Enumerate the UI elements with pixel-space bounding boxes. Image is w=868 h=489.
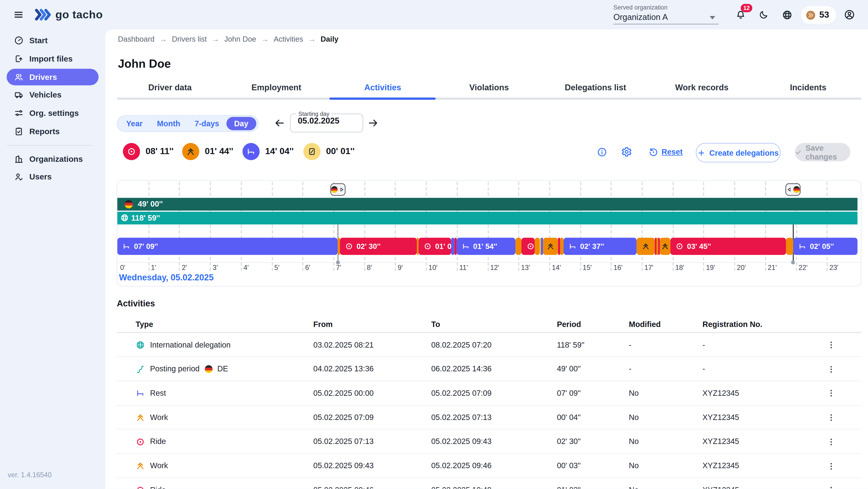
segment-rest[interactable]: 02' 05'': [793, 238, 857, 255]
hour-tick-label: 11': [459, 264, 468, 271]
create-delegations-button[interactable]: Create delegations: [696, 143, 780, 163]
row-menu-kebab-icon[interactable]: [825, 410, 838, 425]
tab-employment[interactable]: Employment: [223, 83, 330, 97]
hour-gridline: [364, 182, 365, 271]
type-cell: Ride: [135, 430, 166, 454]
sidebar-item-import-files[interactable]: Import files: [6, 51, 98, 67]
sidebar-item-org-settings[interactable]: Org. settings: [6, 105, 98, 121]
segment-ride[interactable]: 03' 45'': [671, 238, 786, 255]
border-crossing-marker-left[interactable]: [786, 183, 801, 196]
sidebar-item-label: Organizations: [29, 154, 83, 163]
reset-icon[interactable]: [648, 147, 659, 157]
breadcrumb-item-john-doe[interactable]: John Doe: [224, 35, 256, 43]
sidebar-item-organizations[interactable]: Organizations: [6, 151, 98, 167]
period-option-year[interactable]: Year: [119, 117, 150, 130]
activity-type-label: Rest: [150, 381, 166, 405]
period-option-month[interactable]: Month: [150, 117, 187, 130]
period-option-day[interactable]: Day: [226, 117, 256, 130]
segment-work[interactable]: [535, 238, 540, 255]
starting-day-input[interactable]: 05.02.2025: [291, 116, 363, 125]
tab-driver-data[interactable]: Driver data: [117, 83, 223, 97]
sidebar-item-start[interactable]: Start: [6, 32, 98, 49]
language-globe-icon[interactable]: [782, 9, 793, 21]
hour-tick-label: 6': [305, 264, 310, 271]
segment-work[interactable]: [560, 238, 563, 255]
hour-gridline: [210, 182, 211, 271]
file-import-icon: [14, 54, 24, 64]
tab-work-records[interactable]: Work records: [649, 83, 755, 97]
segment-ride[interactable]: 01' 03'': [418, 238, 451, 255]
cell-registration: -: [703, 333, 705, 357]
hamburger-menu-icon[interactable]: [13, 9, 24, 20]
segment-work[interactable]: [515, 238, 521, 255]
cell-from: 05.02.2025 09:46: [313, 478, 374, 489]
international-delegation-bar[interactable]: 118' 59'': [117, 211, 857, 224]
segment-rest[interactable]: [451, 238, 455, 255]
previous-day-arrow-button[interactable]: [274, 117, 285, 128]
segment-work[interactable]: [656, 238, 658, 255]
segment-ride[interactable]: [558, 238, 560, 255]
row-menu-kebab-icon[interactable]: [825, 338, 838, 352]
play-left-icon: [786, 186, 793, 193]
sidebar-item-vehicles[interactable]: Vehicles: [6, 86, 98, 103]
breadcrumb-item-drivers-list[interactable]: Drivers list: [172, 35, 207, 43]
row-menu-kebab-icon[interactable]: [825, 386, 838, 401]
germany-flag-icon: [205, 365, 212, 373]
served-organization-select[interactable]: Organization A: [613, 12, 668, 22]
cell-period: 01' 03'': [557, 478, 581, 489]
border-crossing-marker-right[interactable]: [331, 183, 345, 196]
segment-duration-label: 02' 05'': [810, 242, 834, 251]
segment-rest[interactable]: 01' 54'': [457, 238, 515, 255]
tab-activities[interactable]: Activities: [330, 83, 436, 97]
segment-ride[interactable]: [455, 238, 457, 255]
row-menu-kebab-icon[interactable]: [825, 362, 838, 377]
segment-ride[interactable]: 02' 30'': [340, 238, 417, 255]
sidebar-item-reports[interactable]: Reports: [6, 123, 98, 140]
breadcrumb-item-daily: Daily: [320, 35, 338, 43]
segment-work[interactable]: [417, 238, 418, 255]
segment-rest[interactable]: 02' 37'': [563, 238, 637, 255]
save-changes-button-disabled[interactable]: Save changes: [795, 143, 850, 161]
segment-work[interactable]: [338, 238, 340, 255]
next-day-arrow-button[interactable]: [368, 117, 379, 128]
breadcrumb-item-activities[interactable]: Activities: [274, 35, 303, 43]
segment-ride[interactable]: [658, 238, 659, 255]
stat-ride-value: 08' 11'': [146, 146, 174, 156]
segment-rest[interactable]: 07' 09'': [117, 238, 338, 255]
period-option-7-days[interactable]: 7-days: [187, 117, 226, 130]
table-row: Rest05.02.2025 00:0005.02.2025 07:0907' …: [117, 381, 862, 405]
credits-pill[interactable]: 53: [801, 6, 836, 24]
account-avatar-icon[interactable]: [844, 9, 855, 20]
posting-period-bar[interactable]: 49' 00'': [117, 198, 857, 210]
segment-ride[interactable]: 0: [521, 238, 535, 255]
tab-incidents[interactable]: Incidents: [755, 83, 862, 97]
segment-work[interactable]: [786, 238, 793, 255]
row-menu-kebab-icon[interactable]: [825, 435, 838, 449]
country-code-label: DE: [217, 357, 228, 381]
tab-delegations-list[interactable]: Delegations list: [542, 83, 649, 97]
dark-mode-moon-icon[interactable]: [758, 9, 769, 20]
date-link[interactable]: Wednesday, 05.02.2025: [119, 273, 214, 283]
breadcrumb-item-dashboard[interactable]: Dashboard: [118, 35, 155, 43]
sidebar-item-drivers[interactable]: Drivers: [6, 69, 98, 85]
row-menu-kebab-icon[interactable]: [825, 459, 838, 473]
starting-day-field[interactable]: Starting day 05.02.2025: [290, 110, 363, 133]
tab-violations[interactable]: Violations: [436, 83, 542, 97]
segment-work[interactable]: [637, 238, 655, 255]
hour-gridline: [518, 182, 520, 271]
info-icon[interactable]: [597, 147, 608, 157]
plus-icon: [698, 149, 706, 156]
work-icon: [642, 242, 650, 251]
settings-gear-icon[interactable]: [621, 146, 632, 157]
stat-work-value: 01' 44'': [205, 146, 233, 156]
segment-ride[interactable]: [655, 238, 657, 255]
row-menu-kebab-icon[interactable]: [825, 483, 838, 489]
daily-timeline-card: 49' 00'' 118' 59'' 07' 09''02' 30''01' 0…: [117, 180, 862, 286]
segment-rest[interactable]: [541, 238, 543, 255]
segment-work[interactable]: [659, 238, 671, 255]
cell-modified: -: [629, 333, 631, 357]
reset-button[interactable]: Reset: [662, 147, 683, 156]
sidebar-item-users[interactable]: Users: [6, 168, 98, 185]
germany-flag-icon: [331, 186, 338, 193]
segment-work[interactable]: [543, 238, 558, 255]
